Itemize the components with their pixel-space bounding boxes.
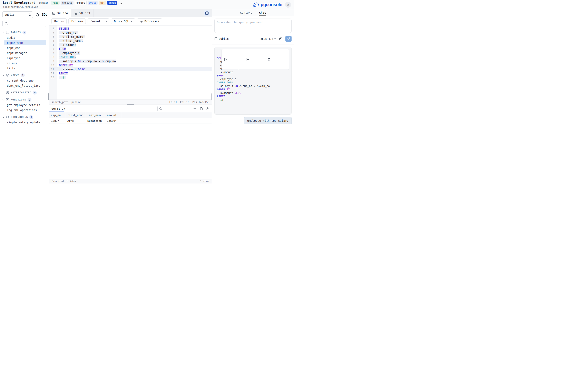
app-header: Local Development explainreadexecuteexpo… <box>0 0 294 9</box>
activity-icon <box>140 20 143 23</box>
explain-button[interactable]: Explain <box>68 18 86 24</box>
brand-name: pgconsole <box>260 2 282 7</box>
editor-line-5[interactable]: 5▾ s.amount <box>49 43 212 47</box>
editor-line-11[interactable]: 11▾ s.amount DESC <box>49 67 212 71</box>
table-cell-amount[interactable]: 136004 <box>105 118 121 124</box>
results-search-input[interactable] <box>157 106 190 111</box>
processes-button[interactable]: Processes <box>137 18 162 24</box>
editor-tab-sql-133[interactable]: SQL 133 <box>71 9 94 17</box>
section-count-badge: 2 <box>27 98 31 102</box>
add-result-tab-button[interactable] <box>193 107 197 110</box>
chevron-down-icon[interactable] <box>120 3 122 5</box>
permission-badge-execute: execute <box>61 1 73 5</box>
editor-line-8[interactable]: 8▾INNER JOIN <box>49 55 212 59</box>
column-header-amount[interactable]: amount <box>105 112 121 118</box>
model-select[interactable]: opus-4.6 <box>260 37 276 40</box>
table-row[interactable]: 10897ArnoKumaresan136004 <box>49 118 212 124</box>
tree-section-functions: FUNCTIONS2get_employee_detailslog_dml_op… <box>2 97 46 113</box>
insert-into-editor-icon[interactable] <box>246 51 265 68</box>
sql-file-icon <box>52 12 55 15</box>
line-content: salary s ON e.emp_no = s.emp_no <box>57 59 116 63</box>
tree-item-dept_emp_latest_date[interactable]: dept_emp_latest_date <box>4 83 46 88</box>
chat-prompt-input[interactable] <box>214 18 292 33</box>
eraser-icon <box>279 37 283 41</box>
code-icon <box>6 116 9 118</box>
send-button[interactable] <box>285 36 292 42</box>
column-header-emp_no[interactable]: emp_no <box>49 112 65 118</box>
tree-item-audit[interactable]: audit <box>4 35 46 40</box>
tree-item-salary[interactable]: salary <box>4 60 46 66</box>
sidebar-resize-handle[interactable] <box>48 93 49 100</box>
tab-chat[interactable]: Chat <box>259 9 267 16</box>
tree-item-department[interactable]: department <box>4 40 46 45</box>
line-number: 13▾ <box>49 75 57 80</box>
clear-chat-button[interactable] <box>279 37 283 41</box>
assistant-tabs: Context Chat <box>212 9 294 16</box>
editor-line-3[interactable]: 3▾ e.first_name, <box>49 35 212 39</box>
refresh-icon[interactable] <box>35 13 39 17</box>
tree-item-dept_manager[interactable]: dept_manager <box>4 50 46 55</box>
user-message-bubble: employee with top salary <box>244 117 292 124</box>
chat-schema-context[interactable]: public <box>214 37 229 40</box>
table-cell-emp_no[interactable]: 10897 <box>49 118 65 124</box>
results-footer: Executed in 26ms 1 rows <box>49 179 212 184</box>
tree-item-current_dept_emp[interactable]: current_dept_emp <box>4 78 46 83</box>
tree-section-tables: TABLES7auditdepartmentdept_empdept_manag… <box>2 30 46 71</box>
tree-section-header-views[interactable]: VIEWS2 <box>2 73 46 78</box>
copy-results-button[interactable] <box>200 107 203 110</box>
editor-line-1[interactable]: 1▾SELECT <box>49 26 212 31</box>
sql-editor[interactable]: 1▾SELECT2▾ e.emp_no,3▾ e.first_name,4▾ e… <box>49 25 212 100</box>
sidebar-search-input[interactable] <box>2 20 46 27</box>
editor-line-6[interactable]: 6▾FROM <box>49 47 212 51</box>
tree-item-log_dml_operations[interactable]: log_dml_operations <box>4 108 46 113</box>
download-results-button[interactable] <box>206 107 209 110</box>
line-content: e.last_name, <box>57 39 83 43</box>
column-header-last_name[interactable]: last_name <box>85 112 105 118</box>
line-number: 11▾ <box>49 67 57 71</box>
tree-item-get_employee_details[interactable]: get_employee_details <box>4 102 46 108</box>
tree-item-employee[interactable]: employee <box>4 55 46 60</box>
chat-code-line-13: 1; <box>217 98 289 101</box>
copy-icon[interactable] <box>268 51 287 68</box>
table-cell-first_name[interactable]: Arno <box>65 118 85 124</box>
tree-section-header-tables[interactable]: TABLES7 <box>2 30 46 35</box>
tree-section-procedures: PROCEDURES1simple_salary_update <box>2 114 46 125</box>
database-icon <box>214 37 217 40</box>
run-button[interactable]: Run ⌘↵ <box>52 18 67 24</box>
schema-select[interactable]: public <box>2 11 33 18</box>
editor-line-4[interactable]: 4▾ e.last_name, <box>49 39 212 43</box>
fold-arrow-icon[interactable]: ▾ <box>54 63 56 67</box>
tab-context[interactable]: Context <box>240 9 252 16</box>
permission-badge-write: write <box>88 1 98 5</box>
panel-resize-handle[interactable] <box>211 93 212 100</box>
split-view-button[interactable] <box>204 10 210 16</box>
run-query-icon[interactable] <box>224 51 243 68</box>
fold-arrow-icon[interactable]: ▾ <box>54 47 56 51</box>
avatar[interactable]: A <box>285 2 291 8</box>
editor-line-12[interactable]: 12▾LIMIT <box>49 71 212 75</box>
tree-item-dept_emp[interactable]: dept_emp <box>4 45 46 50</box>
result-timer-tab[interactable]: 00:51:27 <box>52 107 65 110</box>
table-cell-last_name[interactable]: Kumaresan <box>85 118 105 124</box>
editor-line-7[interactable]: 7▾ employee e <box>49 51 212 55</box>
chevron-down-icon <box>2 75 4 76</box>
tree-section-header-materialized[interactable]: MATERIALIZED0 <box>2 90 46 95</box>
editor-line-9[interactable]: 9▾ salary s ON e.emp_no = s.emp_no <box>49 59 212 63</box>
tree-section-header-procedures[interactable]: PROCEDURES1 <box>2 114 46 120</box>
tree-section-header-functions[interactable]: FUNCTIONS2 <box>2 97 46 102</box>
editor-tab-sql-134[interactable]: SQL 134 <box>49 9 71 17</box>
chat-code-line-11: s.amount DESC <box>217 91 289 95</box>
format-button[interactable]: Format <box>88 18 103 24</box>
editor-line-10[interactable]: 10▾ORDER BY <box>49 63 212 67</box>
tree-section-materialized: MATERIALIZED0 <box>2 90 46 95</box>
tree-item-simple_salary_update[interactable]: simple_salary_update <box>4 120 46 125</box>
editor-line-13[interactable]: 13▾ 1; <box>49 75 212 80</box>
line-content: 1; <box>57 75 66 80</box>
column-header-first_name[interactable]: first_name <box>65 112 85 118</box>
fold-arrow-icon[interactable]: ▾ <box>54 26 56 31</box>
editor-line-2[interactable]: 2▾ e.emp_no, <box>49 31 212 35</box>
format-dropdown-button[interactable] <box>103 18 109 24</box>
sql-mode-label[interactable]: SQL <box>42 13 47 17</box>
tree-item-title[interactable]: title <box>4 66 46 71</box>
quick-sql-button[interactable]: Quick SQL <box>111 18 135 24</box>
